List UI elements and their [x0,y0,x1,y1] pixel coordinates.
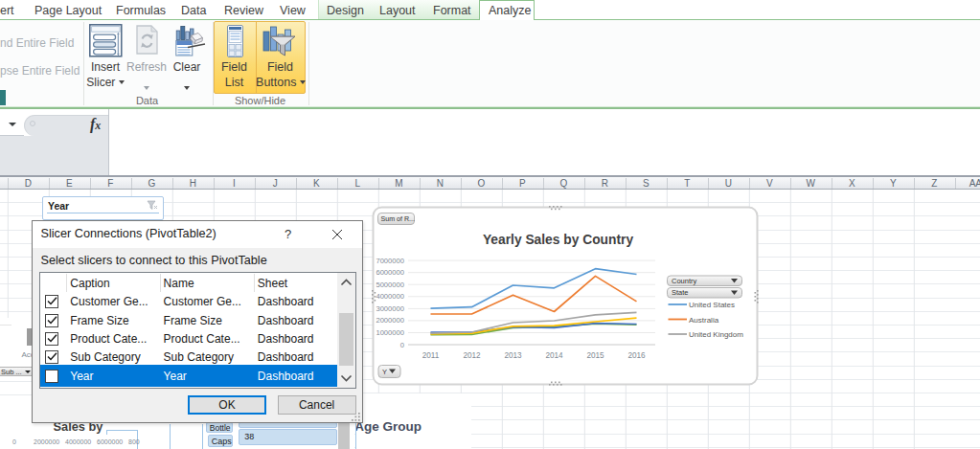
svg-text:2013: 2013 [504,351,522,360]
svg-text:2014: 2014 [545,351,563,360]
svg-text:Australia: Australia [689,315,719,324]
svg-text:3000000: 3000000 [376,303,404,312]
svg-text:Sum of R...: Sum of R... [380,214,415,222]
svg-text:1000000: 1000000 [376,328,404,337]
svg-text:5000000: 5000000 [376,280,404,288]
svg-text:2016: 2016 [627,351,646,360]
svg-text:Country: Country [672,276,697,284]
svg-text:State: State [672,288,689,297]
svg-text:0: 0 [399,340,403,348]
svg-text:2015: 2015 [586,351,604,360]
svg-text:United States: United States [689,301,735,309]
svg-text:4000000: 4000000 [376,292,404,301]
svg-text:6000000: 6000000 [376,268,404,277]
svg-text:United Kingdom: United Kingdom [689,330,743,339]
svg-text:7000000: 7000000 [376,256,404,264]
svg-text:Yearly Sales by Country: Yearly Sales by Country [482,232,633,246]
svg-text:2000000: 2000000 [376,316,404,325]
svg-text:2012: 2012 [463,351,481,360]
svg-text:Y: Y [382,368,387,376]
svg-text:2011: 2011 [422,351,439,360]
